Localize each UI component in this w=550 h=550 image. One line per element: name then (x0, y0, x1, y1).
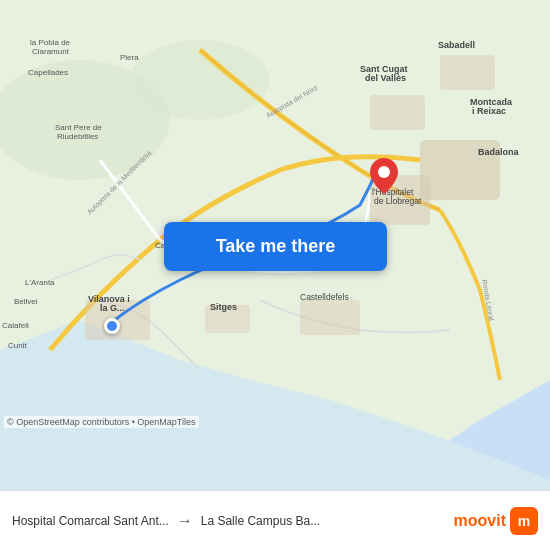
footer-route-row: Hospital Comarcal Sant Ant... → La Salle… (12, 507, 538, 535)
svg-text:Claramunt: Claramunt (32, 47, 70, 56)
svg-text:la Pobla de: la Pobla de (30, 38, 71, 47)
moovit-logo: moovit m (454, 507, 538, 535)
svg-rect-7 (300, 300, 360, 335)
footer: Hospital Comarcal Sant Ant... → La Salle… (0, 490, 550, 550)
svg-text:Calafell: Calafell (2, 321, 29, 330)
svg-text:L'Aranta: L'Aranta (25, 278, 55, 287)
svg-text:la G...: la G... (100, 303, 125, 313)
take-me-there-button[interactable]: Take me there (164, 222, 387, 271)
footer-destination-label: La Salle Campus Ba... (201, 514, 320, 528)
svg-text:Bellvei: Bellvei (14, 297, 38, 306)
svg-text:Capellades: Capellades (28, 68, 68, 77)
svg-text:Badalona: Badalona (478, 147, 520, 157)
svg-text:Riudebitlles: Riudebitlles (57, 132, 98, 141)
svg-text:Sitges: Sitges (210, 302, 237, 312)
svg-text:del Vallès: del Vallès (365, 73, 406, 83)
svg-text:i Reixac: i Reixac (472, 106, 506, 116)
map-container[interactable]: la Pobla de Claramunt Capellades Piera S… (0, 0, 550, 490)
svg-text:Sabadell: Sabadell (438, 40, 475, 50)
svg-rect-10 (370, 95, 425, 130)
svg-text:Piera: Piera (120, 53, 139, 62)
footer-origin-label: Hospital Comarcal Sant Ant... (12, 514, 169, 528)
destination-marker (370, 158, 398, 198)
origin-marker (104, 318, 120, 334)
moovit-wordmark: moovit (454, 512, 506, 530)
svg-text:Cunit: Cunit (8, 341, 27, 350)
svg-text:Castelldefels: Castelldefels (300, 292, 349, 302)
svg-rect-11 (440, 55, 495, 90)
footer-arrow-icon: → (177, 512, 193, 530)
map-attribution: © OpenStreetMap contributors • OpenMapTi… (4, 416, 199, 428)
svg-point-38 (378, 166, 390, 178)
moovit-icon: m (510, 507, 538, 535)
svg-text:Sant Pere de: Sant Pere de (55, 123, 102, 132)
